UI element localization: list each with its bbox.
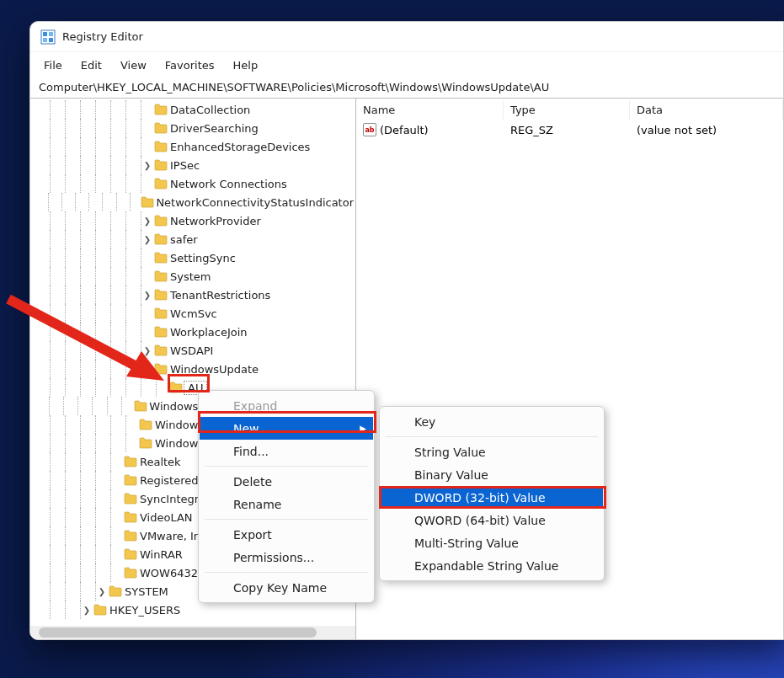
folder-icon — [123, 456, 138, 467]
expand-chevron-icon[interactable] — [111, 531, 123, 541]
folder-icon — [141, 196, 154, 208]
ctx-item[interactable]: Find... — [200, 440, 373, 462]
submenu-item[interactable]: String Value — [381, 440, 603, 463]
submenu-item[interactable]: QWORD (64-bit) Value — [381, 509, 603, 531]
expand-chevron-icon[interactable] — [141, 124, 153, 133]
expand-chevron-icon[interactable]: ⌄ — [141, 365, 153, 374]
folder-icon — [123, 493, 138, 504]
folder-icon — [93, 604, 108, 616]
expand-chevron-icon[interactable] — [141, 142, 153, 152]
expand-chevron-icon[interactable] — [111, 494, 123, 504]
folder-icon — [108, 585, 123, 597]
expand-chevron-icon[interactable] — [111, 476, 123, 485]
expand-chevron-icon[interactable] — [111, 513, 123, 522]
col-name[interactable]: Name — [356, 100, 504, 120]
tree-node[interactable]: ❯IPSec — [30, 156, 355, 174]
value-row[interactable]: ab (Default) REG_SZ (value not set) — [356, 120, 783, 139]
tree-node[interactable]: DataCollection — [30, 100, 355, 119]
expand-chevron-icon[interactable] — [122, 402, 133, 411]
titlebar[interactable]: Registry Editor — [30, 22, 783, 52]
tree-node-label: NetworkProvider — [168, 215, 263, 227]
submenu-item[interactable]: Expandable String Value — [381, 554, 603, 577]
folder-icon — [123, 474, 138, 486]
tree-node[interactable]: ❯TenantRestrictions — [30, 286, 355, 304]
tree-node-label: SettingSync — [168, 252, 237, 264]
tree-node[interactable]: Network Connections — [30, 174, 355, 193]
ctx-item[interactable]: Copy Key Name — [200, 576, 373, 599]
tree-node[interactable]: ❯WSDAPI — [30, 341, 355, 360]
expand-chevron-icon[interactable] — [157, 383, 168, 392]
folder-icon — [133, 400, 147, 412]
col-data[interactable]: Data — [630, 100, 783, 120]
folder-icon — [153, 104, 168, 115]
expand-chevron-icon[interactable] — [141, 254, 153, 263]
tree-node-label: safer — [168, 233, 200, 246]
tree-node[interactable]: EnhancedStorageDevices — [30, 137, 355, 156]
folder-icon — [153, 178, 168, 190]
tree-node-label: System — [168, 270, 212, 283]
tree-node[interactable]: System — [30, 267, 355, 286]
tree-node-label: EnhancedStorageDevices — [168, 141, 312, 153]
expand-chevron-icon[interactable] — [111, 550, 123, 559]
new-submenu: KeyString ValueBinary ValueDWORD (32-bit… — [379, 406, 605, 581]
submenu-item[interactable]: Key — [381, 410, 603, 433]
tree-node[interactable]: SettingSync — [30, 248, 355, 267]
tree-node[interactable]: WorkplaceJoin — [30, 323, 355, 341]
folder-icon — [153, 233, 168, 245]
expand-chevron-icon[interactable] — [141, 309, 153, 318]
expand-chevron-icon[interactable] — [111, 569, 123, 578]
ctx-item[interactable]: Permissions... — [200, 546, 373, 569]
svg-rect-2 — [49, 32, 53, 36]
tree-node[interactable]: ⌄WindowsUpdate — [30, 360, 355, 378]
folder-icon — [123, 548, 138, 560]
expand-chevron-icon[interactable]: ❯ — [141, 161, 153, 170]
scrollbar-thumb[interactable] — [39, 627, 317, 638]
expand-chevron-icon[interactable]: ❯ — [96, 587, 108, 596]
tree-node[interactable]: ❯HKEY_USERS — [30, 601, 355, 619]
tree-node[interactable]: DriverSearching — [30, 119, 355, 137]
menu-view[interactable]: View — [112, 56, 155, 75]
ctx-item[interactable]: Delete — [200, 470, 373, 493]
expand-chevron-icon[interactable] — [111, 457, 123, 467]
address-bar[interactable]: Computer\HKEY_LOCAL_MACHINE\SOFTWARE\Pol… — [30, 77, 783, 99]
value-data: (value not set) — [630, 122, 783, 138]
submenu-item[interactable]: Multi-String Value — [381, 531, 603, 554]
tree-node[interactable]: ❯safer — [30, 230, 355, 248]
submenu-item[interactable]: Binary Value — [381, 463, 603, 486]
value-type: REG_SZ — [504, 122, 630, 138]
expand-chevron-icon[interactable]: ❯ — [141, 346, 153, 355]
expand-chevron-icon[interactable] — [141, 328, 153, 337]
submenu-item[interactable]: DWORD (32-bit) Value — [381, 486, 603, 509]
tree-node[interactable]: WcmSvc — [30, 304, 355, 323]
menu-favorites[interactable]: Favorites — [157, 56, 223, 75]
tree-node-label: NetworkConnectivityStatusIndicator — [154, 196, 355, 209]
window-title: Registry Editor — [62, 30, 143, 43]
expand-chevron-icon[interactable]: ❯ — [141, 216, 153, 226]
menu-help[interactable]: Help — [225, 56, 267, 75]
ctx-item[interactable]: Export — [200, 523, 373, 546]
expand-chevron-icon[interactable] — [141, 272, 153, 281]
menu-edit[interactable]: Edit — [72, 56, 110, 75]
expand-chevron-icon[interactable] — [141, 105, 153, 115]
ctx-item[interactable]: Rename — [200, 493, 373, 515]
tree-node-label: VideoLAN — [138, 511, 195, 524]
tree-node-label: WindowsUpdate — [168, 363, 260, 376]
expand-chevron-icon[interactable] — [126, 420, 138, 430]
expand-chevron-icon[interactable] — [131, 198, 141, 207]
expand-chevron-icon[interactable]: ❯ — [141, 291, 153, 300]
col-type[interactable]: Type — [504, 100, 630, 120]
menu-file[interactable]: File — [35, 56, 71, 75]
context-menu: ExpandNew▶Find...DeleteRenameExportPermi… — [198, 390, 375, 603]
expand-chevron-icon[interactable]: ❯ — [81, 606, 93, 615]
tree-node-label: Realtek — [138, 456, 183, 468]
tree-node-label: IPSec — [168, 159, 201, 172]
tree-node[interactable]: NetworkConnectivityStatusIndicator — [30, 193, 355, 211]
ctx-item[interactable]: New▶ — [200, 417, 373, 440]
tree-hscrollbar[interactable] — [30, 626, 355, 639]
tree-node[interactable]: ❯NetworkProvider — [30, 211, 355, 230]
tree-node-label: WorkplaceJoin — [168, 326, 249, 339]
ctx-item: Expand — [200, 394, 373, 417]
expand-chevron-icon[interactable]: ❯ — [141, 235, 153, 244]
expand-chevron-icon[interactable] — [126, 439, 138, 448]
expand-chevron-icon[interactable] — [141, 179, 153, 189]
